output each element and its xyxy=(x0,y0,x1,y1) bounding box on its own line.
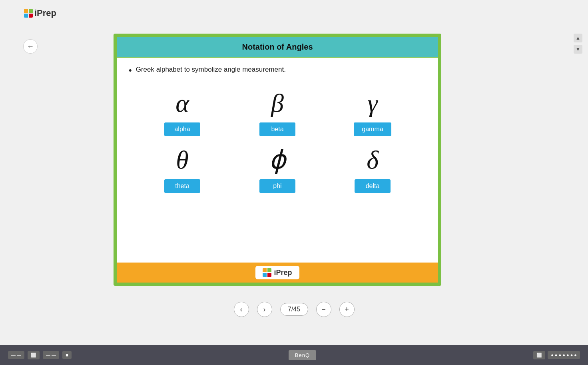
page-indicator: 7/45 xyxy=(280,303,308,316)
logo-text: iPrep xyxy=(34,8,56,18)
symbol-cell-alpha: α alpha xyxy=(137,87,228,136)
taskbar: — — ⬜ — — ■ BenQ ⬜ ● ● ● ● ● ● ● xyxy=(0,345,588,365)
main-container: iPrep ← Notation of Angles • Greek alpha… xyxy=(0,0,588,345)
phi-label: phi xyxy=(259,179,295,193)
slide-footer: iPrep xyxy=(117,263,438,283)
logo-sq-red xyxy=(29,14,33,18)
greek-delta-symbol: δ xyxy=(367,144,379,176)
slide-content: • Greek alphabet to symbolize angle meas… xyxy=(117,58,438,263)
symbol-cell-phi: ϕ phi xyxy=(232,144,323,193)
slide-title: Notation of Angles xyxy=(117,37,438,57)
taskbar-btn-1[interactable]: — — xyxy=(8,351,24,359)
logo-sq-green xyxy=(29,9,33,13)
logo-area: iPrep xyxy=(24,8,56,18)
zoom-in-button[interactable]: + xyxy=(339,302,355,317)
benq-button[interactable]: BenQ xyxy=(289,350,316,360)
taskbar-left: — — ⬜ — — ■ xyxy=(8,351,72,359)
slide-frame: Notation of Angles • Greek alphabet to s… xyxy=(114,34,441,286)
back-button[interactable]: ← xyxy=(23,39,38,54)
taskbar-btn-2[interactable]: ⬜ xyxy=(28,351,40,359)
alpha-label: alpha xyxy=(164,122,200,136)
symbols-grid: α alpha β beta γ gamma θ theta xyxy=(129,87,426,193)
symbol-cell-theta: θ theta xyxy=(137,144,228,193)
footer-iprep-text: iPrep xyxy=(274,269,292,277)
symbol-cell-beta: β beta xyxy=(232,87,323,136)
iprep-footer-badge: iPrep xyxy=(255,266,299,279)
zoom-in-icon: + xyxy=(345,305,349,314)
taskbar-btn-3[interactable]: — — xyxy=(43,351,59,359)
bullet-text: • Greek alphabet to symbolize angle meas… xyxy=(129,66,426,75)
footer-logo-icon xyxy=(263,268,271,277)
zoom-out-icon: − xyxy=(321,305,326,314)
symbol-cell-delta: δ delta xyxy=(327,144,418,193)
greek-beta-symbol: β xyxy=(271,87,284,119)
taskbar-right: ⬜ ● ● ● ● ● ● ● xyxy=(533,351,580,359)
bullet-label: Greek alphabet to symbolize angle measur… xyxy=(136,66,286,74)
footer-sq-yellow xyxy=(263,268,267,272)
footer-sq-red xyxy=(267,273,271,277)
prev-icon: ‹ xyxy=(240,305,243,314)
symbol-cell-gamma: γ gamma xyxy=(327,87,418,136)
beta-label: beta xyxy=(259,122,295,136)
logo-sq-blue xyxy=(24,14,28,18)
delta-label: delta xyxy=(355,179,391,193)
greek-gamma-symbol: γ xyxy=(367,87,377,119)
prev-button[interactable]: ‹ xyxy=(234,302,249,317)
next-button[interactable]: › xyxy=(257,302,272,317)
navigation-bar: ‹ › 7/45 − + xyxy=(0,298,588,321)
gamma-label: gamma xyxy=(354,122,391,136)
taskbar-center: BenQ xyxy=(289,350,316,360)
taskbar-right-btn-2[interactable]: ● ● ● ● ● ● ● xyxy=(548,351,580,359)
next-icon: › xyxy=(263,305,266,314)
logo-sq-yellow xyxy=(24,9,28,13)
bullet-dot: • xyxy=(129,66,132,75)
footer-sq-green xyxy=(267,268,271,272)
logo-icon xyxy=(24,9,33,18)
scroll-up-arrow[interactable]: ▲ xyxy=(574,34,582,42)
greek-theta-symbol: θ xyxy=(176,144,188,176)
taskbar-right-btn-1[interactable]: ⬜ xyxy=(533,351,545,359)
taskbar-btn-4[interactable]: ■ xyxy=(62,351,72,359)
footer-sq-blue xyxy=(263,273,267,277)
right-panel: ▲ ▼ xyxy=(572,34,584,321)
greek-phi-symbol: ϕ xyxy=(269,144,286,176)
theta-label: theta xyxy=(164,179,200,193)
greek-alpha-symbol: α xyxy=(175,87,189,119)
scroll-down-arrow[interactable]: ▼ xyxy=(574,45,582,54)
zoom-out-button[interactable]: − xyxy=(316,302,331,317)
back-arrow-icon: ← xyxy=(27,42,34,51)
